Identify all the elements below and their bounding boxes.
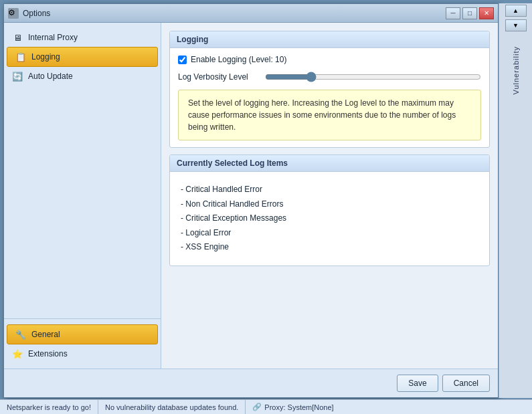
auto-update-icon: 🔄 <box>12 71 23 82</box>
options-window: ⚙ Options ─ □ ✕ 🖥 Internal Proxy 📋 Logg <box>3 3 499 398</box>
general-icon: 🔧 <box>15 329 26 340</box>
vulnerability-label: Vulnerability <box>512 46 520 95</box>
logging-info-box: Set the level of logging here. Increasin… <box>178 90 481 140</box>
sidebar-item-general[interactable]: 🔧 General <box>7 324 158 344</box>
extensions-icon: ⭐ <box>12 348 23 359</box>
enable-logging-row: Enable Logging (Level: 10) <box>178 55 481 64</box>
log-items-list: - Critical Handled Error - Non Critical … <box>178 179 481 259</box>
title-bar-left: ⚙ Options <box>8 8 50 19</box>
bottom-bar: Save Cancel <box>4 369 498 397</box>
internal-proxy-icon: 🖥 <box>12 32 23 43</box>
verbosity-slider[interactable] <box>265 71 481 83</box>
log-items-section-box: Currently Selected Log Items - Critical … <box>169 154 490 266</box>
status-bar: Netsparker is ready to go! No vulnerabil… <box>0 399 532 414</box>
sidebar-item-internal-proxy[interactable]: 🖥 Internal Proxy <box>4 28 161 47</box>
sidebar-bottom-section: 🔧 General ⭐ Extensions <box>4 318 161 363</box>
window-title: Options <box>23 9 50 18</box>
status-proxy-text: Proxy: System[None] <box>264 403 333 411</box>
logging-icon: 📋 <box>15 51 26 62</box>
panel-scroll-down[interactable]: ▼ <box>505 19 527 31</box>
sidebar-item-label-general: General <box>31 330 60 339</box>
sidebar-item-label-extensions: Extensions <box>28 349 68 358</box>
sidebar-top-section: 🖥 Internal Proxy 📋 Logging 🔄 Auto Update <box>4 28 161 318</box>
logging-section-header: Logging <box>170 31 489 48</box>
sidebar: 🖥 Internal Proxy 📋 Logging 🔄 Auto Update <box>4 23 161 369</box>
title-bar: ⚙ Options ─ □ ✕ <box>4 4 498 23</box>
log-item-3: - Critical Exception Messages <box>181 211 478 226</box>
window-icon: ⚙ <box>8 8 19 19</box>
content-area: Logging Enable Logging (Level: 10) Log V… <box>161 23 498 369</box>
log-item-2: - Non Critical Handled Errors <box>181 197 478 212</box>
save-button[interactable]: Save <box>397 375 438 392</box>
maximize-button[interactable]: □ <box>462 7 477 19</box>
sidebar-item-label-internal-proxy: Internal Proxy <box>28 33 78 42</box>
minimize-button[interactable]: ─ <box>446 7 460 19</box>
sidebar-item-auto-update[interactable]: 🔄 Auto Update <box>4 67 161 86</box>
sidebar-item-label-logging: Logging <box>31 52 60 62</box>
verbosity-slider-row: Log Verbosity Level <box>178 71 481 83</box>
enable-logging-checkbox[interactable] <box>178 56 187 64</box>
verbosity-label: Log Verbosity Level <box>178 72 258 82</box>
log-item-4: - Logical Error <box>181 226 478 241</box>
sidebar-item-label-auto-update: Auto Update <box>28 72 73 81</box>
right-panel: ▲ ▼ Vulnerability <box>499 3 532 398</box>
title-bar-controls: ─ □ ✕ <box>446 7 494 19</box>
sidebar-item-extensions[interactable]: ⭐ Extensions <box>4 344 161 363</box>
main-area: 🖥 Internal Proxy 📋 Logging 🔄 Auto Update <box>4 23 498 369</box>
proxy-icon: 🔗 <box>252 403 262 411</box>
panel-scroll-up[interactable]: ▲ <box>505 5 527 17</box>
log-item-5: - XSS Engine <box>181 240 478 255</box>
cancel-button[interactable]: Cancel <box>442 375 490 392</box>
log-items-section-body: - Critical Handled Error - Non Critical … <box>170 172 489 266</box>
logging-section-body: Enable Logging (Level: 10) Log Verbosity… <box>170 48 489 147</box>
status-ready: Netsparker is ready to go! <box>0 400 98 414</box>
logging-section-box: Logging Enable Logging (Level: 10) Log V… <box>169 31 490 148</box>
status-proxy: 🔗 Proxy: System[None] <box>246 400 340 414</box>
enable-logging-label: Enable Logging (Level: 10) <box>191 55 286 64</box>
log-item-1: - Critical Handled Error <box>181 183 478 197</box>
status-vuln-db: No vulnerability database updates found. <box>98 400 246 414</box>
log-items-section-header: Currently Selected Log Items <box>170 155 489 172</box>
close-button[interactable]: ✕ <box>479 7 494 19</box>
logging-info-text: Set the level of logging here. Increasin… <box>188 98 456 132</box>
sidebar-item-logging[interactable]: 📋 Logging <box>7 47 158 67</box>
window-body: 🖥 Internal Proxy 📋 Logging 🔄 Auto Update <box>4 23 498 397</box>
